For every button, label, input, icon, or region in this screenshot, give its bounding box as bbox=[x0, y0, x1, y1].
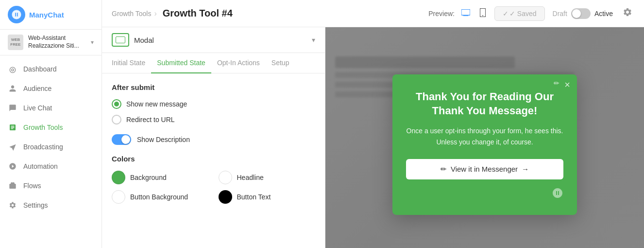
modal-preview-description: Once a user opt-ins through your form, h… bbox=[406, 125, 563, 147]
colors-title: Colors bbox=[112, 155, 315, 163]
saved-label: ✓ Saved bbox=[509, 10, 537, 18]
draft-active-switch[interactable] bbox=[571, 8, 591, 19]
modal-type-label: Modal bbox=[134, 36, 307, 44]
button-bg-color-label: Button Background bbox=[130, 193, 188, 201]
sidebar-item-label: Audience bbox=[23, 85, 51, 92]
radio-show-message[interactable] bbox=[112, 99, 121, 109]
radio-inner-dot bbox=[114, 102, 119, 106]
tab-submitted-state[interactable]: Submitted State bbox=[151, 53, 211, 73]
sidebar-item-settings[interactable]: Settings bbox=[0, 195, 102, 215]
audience-icon bbox=[8, 84, 17, 93]
headline-color-swatch[interactable] bbox=[219, 171, 232, 184]
headline-color-label: Headline bbox=[237, 174, 264, 181]
radio-redirect-url[interactable] bbox=[112, 115, 121, 124]
sidebar-item-broadcasting[interactable]: Broadcasting bbox=[0, 137, 102, 157]
sidebar-item-label: Growth Tools bbox=[23, 124, 63, 131]
breadcrumb-link[interactable]: Growth Tools bbox=[112, 10, 151, 18]
redirect-to-url-option[interactable]: Redirect to URL bbox=[112, 115, 315, 124]
background-color-label: Background bbox=[130, 174, 167, 181]
checkmark-icon: ✓ bbox=[503, 10, 508, 18]
button-text-color-label: Button Text bbox=[237, 193, 271, 201]
modal-popup-preview: ✏ × Thank You for Reading Our Thank You … bbox=[392, 74, 577, 215]
workspace-selector[interactable]: WEBFREE Web-AssistantRealizzazione Siti.… bbox=[0, 30, 102, 55]
editor-body: After submit Show new message Redirect t… bbox=[102, 73, 325, 213]
toggle-knob-blue bbox=[121, 135, 130, 144]
sidebar-nav: ◎ Dashboard Audience Live Chat Growth To… bbox=[0, 55, 102, 248]
sidebar-item-live-chat[interactable]: Live Chat bbox=[0, 98, 102, 118]
after-submit-options: Show new message Redirect to URL bbox=[112, 99, 315, 124]
modal-dropdown-arrow[interactable]: ▾ bbox=[312, 36, 315, 44]
preview-area: ✏ × Thank You for Reading Our Thank You … bbox=[325, 27, 644, 248]
tab-opt-in-actions[interactable]: Opt-In Actions bbox=[211, 53, 266, 73]
automation-icon bbox=[8, 161, 17, 171]
desktop-preview-button[interactable] bbox=[458, 7, 473, 20]
tab-initial-state[interactable]: Initial State bbox=[112, 53, 151, 73]
sidebar-item-automation[interactable]: Automation bbox=[0, 157, 102, 176]
saved-button[interactable]: ✓ ✓ Saved bbox=[494, 6, 545, 21]
colors-section: Colors Background Headline Button Bac bbox=[112, 155, 315, 204]
workspace-name: Web-AssistantRealizzazione Siti... bbox=[28, 35, 86, 50]
svg-point-6 bbox=[482, 15, 483, 16]
sidebar-item-flows[interactable]: Flows bbox=[0, 176, 102, 195]
breadcrumb-separator: › bbox=[154, 9, 156, 18]
button-text-color-item: Button Text bbox=[219, 190, 316, 204]
editor-panel: Modal ▾ Initial State Submitted State Op… bbox=[102, 27, 325, 248]
sidebar: ManyChat WEBFREE Web-AssistantRealizzazi… bbox=[0, 0, 102, 248]
headline-color-item: Headline bbox=[219, 171, 316, 184]
modal-type-icon bbox=[112, 33, 129, 47]
modal-cta-button[interactable]: ✏ View it in Messenger → bbox=[406, 159, 563, 179]
sidebar-item-label: Live Chat bbox=[23, 104, 52, 112]
chevron-down-icon: ▾ bbox=[91, 39, 94, 46]
live-chat-icon bbox=[8, 103, 17, 113]
breadcrumb: Growth Tools › bbox=[112, 9, 157, 18]
button-bg-color-swatch[interactable] bbox=[112, 190, 125, 204]
modal-preview-title: Thank You for Reading Our Thank You Mess… bbox=[406, 90, 563, 118]
draft-label: Draft bbox=[553, 10, 567, 18]
dashboard-icon: ◎ bbox=[8, 64, 17, 74]
top-bar: Growth Tools › Growth Tool #4 Preview: ✓… bbox=[102, 0, 644, 27]
sidebar-item-label: Automation bbox=[23, 162, 58, 170]
modal-icon-inner bbox=[116, 36, 125, 43]
arrow-icon: → bbox=[522, 165, 529, 173]
button-background-color-item: Button Background bbox=[112, 190, 209, 204]
show-description-label: Show Description bbox=[137, 136, 190, 143]
modal-button-label: View it in Messenger bbox=[451, 165, 518, 173]
mobile-preview-button[interactable] bbox=[477, 6, 489, 21]
modal-close-icon[interactable]: × bbox=[564, 79, 570, 90]
sidebar-item-growth-tools[interactable]: Growth Tools bbox=[0, 118, 102, 137]
settings-icon bbox=[8, 200, 17, 210]
redirect-url-label: Redirect to URL bbox=[126, 116, 175, 124]
modal-footer bbox=[406, 187, 563, 201]
manychat-footer-logo bbox=[552, 187, 563, 201]
flows-icon bbox=[8, 181, 17, 191]
growth-tools-icon bbox=[8, 123, 17, 132]
button-text-color-swatch[interactable] bbox=[219, 190, 232, 204]
tab-setup[interactable]: Setup bbox=[266, 53, 295, 73]
background-color-swatch[interactable] bbox=[112, 171, 125, 184]
svg-rect-1 bbox=[461, 9, 470, 15]
show-new-message-option[interactable]: Show new message bbox=[112, 99, 315, 109]
sidebar-logo: ManyChat bbox=[0, 0, 102, 30]
toggle-knob bbox=[572, 9, 581, 18]
show-description-row: Show Description bbox=[112, 134, 315, 145]
preview-section: Preview: bbox=[428, 6, 489, 21]
sidebar-item-label: Dashboard bbox=[23, 65, 57, 73]
preview-label: Preview: bbox=[428, 10, 455, 18]
show-description-toggle[interactable] bbox=[112, 134, 131, 145]
colors-grid: Background Headline Button Background bbox=[112, 171, 315, 204]
sidebar-item-label: Settings bbox=[23, 201, 48, 209]
preview-background: ✏ × Thank You for Reading Our Thank You … bbox=[325, 27, 644, 248]
sidebar-item-audience[interactable]: Audience bbox=[0, 79, 102, 98]
sidebar-item-dashboard[interactable]: ◎ Dashboard bbox=[0, 59, 102, 79]
draft-active-toggle: Draft Active bbox=[551, 8, 615, 19]
workspace-avatar: WEBFREE bbox=[8, 35, 23, 50]
modal-selector: Modal ▾ bbox=[102, 27, 325, 53]
editor-tabs: Initial State Submitted State Opt-In Act… bbox=[102, 53, 325, 73]
settings-gear-button[interactable] bbox=[621, 5, 634, 21]
modal-edit-icon[interactable]: ✏ bbox=[554, 79, 559, 87]
broadcasting-icon bbox=[8, 142, 17, 152]
page-title: Growth Tool #4 bbox=[163, 8, 233, 19]
after-submit-title: After submit bbox=[112, 83, 315, 91]
sidebar-item-label: Flows bbox=[23, 182, 41, 190]
messenger-icon: ✏ bbox=[441, 165, 447, 174]
